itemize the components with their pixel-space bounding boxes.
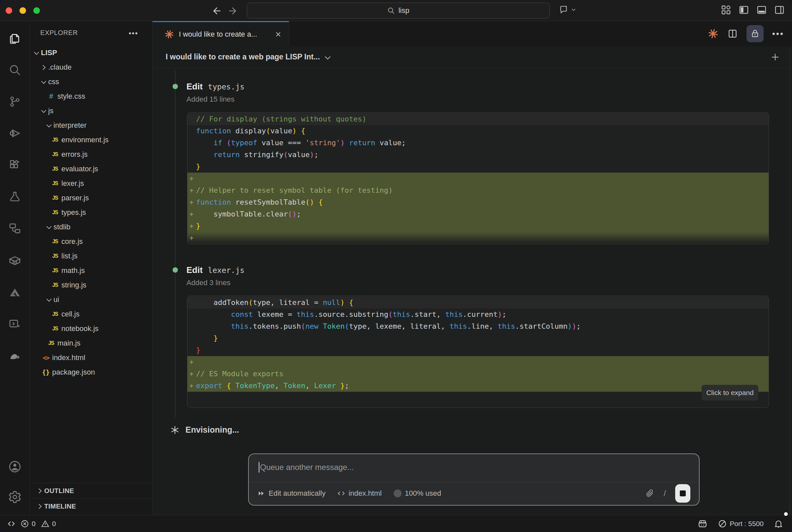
tree-item-interpreter[interactable]: interpreter: [30, 118, 152, 133]
diff-added-line: +: [188, 232, 769, 244]
lock-button[interactable]: [747, 25, 764, 42]
toggle-panel-icon[interactable]: [756, 5, 767, 15]
tree-item-js[interactable]: js: [30, 103, 152, 118]
testing-icon[interactable]: [7, 189, 23, 205]
tree-item-label: css: [48, 78, 59, 86]
forward-icon[interactable]: [228, 5, 239, 17]
js-file-icon: JS: [50, 151, 60, 157]
edit-header: Edittypes.js: [187, 80, 245, 92]
port-label: Port : 5500: [730, 520, 764, 528]
scrollbar[interactable]: [789, 46, 790, 515]
composer-input[interactable]: Queue another message...: [259, 462, 354, 473]
tree-item-label: js: [48, 107, 54, 115]
thread-line: [175, 70, 176, 418]
edit-mode-selector[interactable]: Edit automatically: [257, 489, 325, 498]
remote-explorer-icon[interactable]: [7, 221, 23, 236]
tree-item-notebook.js[interactable]: JSnotebook.js: [30, 321, 152, 336]
tree-item-lexer.js[interactable]: JSlexer.js: [30, 176, 152, 191]
titlebar-search[interactable]: lisp: [247, 3, 550, 18]
edit-file-label[interactable]: types.js: [208, 82, 245, 91]
stop-button[interactable]: [675, 484, 690, 502]
tree-item-css[interactable]: css: [30, 75, 152, 89]
code-line: addToken(type, literal = null) {: [188, 297, 769, 308]
tree-item-evaluator.js[interactable]: JSevaluator.js: [30, 162, 152, 176]
json-file-icon: {}: [41, 369, 51, 376]
split-editor-icon[interactable]: [727, 28, 738, 39]
augment-icon[interactable]: [7, 284, 23, 300]
chevron-right-icon: [41, 65, 48, 70]
containers-icon[interactable]: [7, 253, 23, 269]
tree-item-string.js[interactable]: JSstring.js: [30, 278, 152, 292]
tree-item-label: environment.js: [61, 136, 109, 144]
search-sidebar-icon[interactable]: [7, 62, 23, 78]
code-line: // For display (strings without quotes): [188, 113, 769, 125]
search-value: lisp: [398, 6, 409, 15]
notifications-bell-icon[interactable]: [774, 519, 784, 529]
back-icon[interactable]: [211, 5, 222, 17]
tree-item-index.html[interactable]: <>index.html: [30, 350, 152, 365]
tree-item-ui[interactable]: ui: [30, 292, 152, 307]
live-server-port[interactable]: Port : 5500: [718, 519, 764, 528]
timeline-section[interactable]: TIMELINE: [30, 498, 152, 514]
toggle-primary-sidebar-icon[interactable]: [738, 5, 749, 15]
explorer-icon[interactable]: [7, 30, 23, 46]
tree-item-errors.js[interactable]: JSerrors.js: [30, 147, 152, 162]
titlebar: lisp: [0, 0, 792, 21]
edit-file-label[interactable]: lexer.js: [208, 266, 245, 274]
settings-gear-icon[interactable]: [7, 489, 23, 505]
remote-indicator-icon[interactable]: [6, 519, 16, 529]
tree-item-LISP[interactable]: LISP: [30, 45, 152, 60]
tree-item-package.json[interactable]: {}package.json: [30, 365, 152, 380]
source-control-icon[interactable]: [7, 94, 23, 110]
tree-item-.claude[interactable]: .claude: [30, 60, 152, 75]
js-file-icon: JS: [50, 210, 60, 215]
chat-menu-button[interactable]: [559, 5, 576, 15]
run-debug-icon[interactable]: [7, 126, 23, 141]
tree-item-core.js[interactable]: JScore.js: [30, 234, 152, 249]
tree-item-stdlib[interactable]: stdlib: [30, 220, 152, 234]
circle-slash-icon: [718, 519, 727, 528]
toggle-secondary-sidebar-icon[interactable]: [774, 5, 785, 15]
sidebar-more-actions-icon[interactable]: •••: [129, 29, 138, 38]
extensions-icon[interactable]: [7, 157, 23, 173]
outline-section[interactable]: OUTLINE: [30, 483, 152, 498]
diff-plus-marker: +: [189, 196, 194, 208]
click-to-expand-tooltip[interactable]: Click to expand: [701, 385, 758, 401]
attachment-icon[interactable]: [645, 489, 654, 498]
new-chat-button[interactable]: [770, 52, 780, 62]
diff-code-block[interactable]: addToken(type, literal = null) { const l…: [187, 296, 769, 408]
tree-item-math.js[interactable]: JSmath.js: [30, 263, 152, 278]
tree-item-environment.js[interactable]: JSenvironment.js: [30, 133, 152, 147]
customize-layout-icon[interactable]: [721, 5, 731, 15]
copilot-edits-icon[interactable]: [7, 316, 23, 332]
claude-icon[interactable]: [708, 28, 719, 39]
context-file-chip[interactable]: index.html: [337, 489, 382, 498]
edit-action-label: Edit: [187, 81, 202, 91]
chevron-right-icon: [37, 504, 44, 509]
minimize-window-button[interactable]: [19, 7, 26, 14]
close-window-button[interactable]: [6, 7, 12, 14]
tree-item-style.css[interactable]: #style.css: [30, 89, 152, 103]
claude-tools-icon[interactable]: [7, 348, 23, 364]
tree-item-types.js[interactable]: JStypes.js: [30, 205, 152, 220]
tree-item-parser.js[interactable]: JSparser.js: [30, 191, 152, 205]
chevron-down-icon[interactable]: [325, 54, 331, 60]
close-tab-icon[interactable]: [274, 30, 282, 38]
slash-command-button[interactable]: /: [664, 489, 666, 498]
diff-added-line: +// Helper to reset symbol table (for te…: [188, 185, 769, 196]
chat-session-title[interactable]: I would like to create a web page LISP I…: [166, 53, 320, 61]
tree-item-list.js[interactable]: JSlist.js: [30, 249, 152, 263]
tree-item-label: errors.js: [61, 150, 88, 159]
tab-claude-chat[interactable]: I would like to create a...: [152, 21, 289, 46]
accounts-icon[interactable]: [7, 459, 23, 475]
tree-item-cell.js[interactable]: JScell.js: [30, 307, 152, 321]
maximize-window-button[interactable]: [33, 7, 40, 14]
diff-code-block[interactable]: // For display (strings without quotes)f…: [187, 112, 769, 244]
js-file-icon: JS: [50, 137, 60, 143]
problems-indicator[interactable]: 0 0: [20, 519, 56, 528]
copilot-status-icon[interactable]: [697, 518, 708, 529]
tree-item-label: stdlib: [54, 223, 70, 231]
message-composer[interactable]: Queue another message... Edit automatica…: [248, 453, 700, 506]
more-actions-icon[interactable]: •••: [772, 29, 784, 39]
tree-item-main.js[interactable]: JSmain.js: [30, 336, 152, 350]
